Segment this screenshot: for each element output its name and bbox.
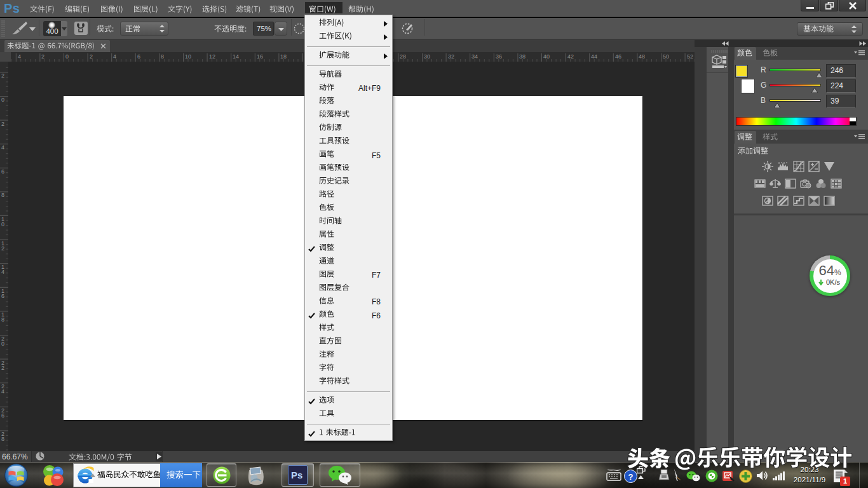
svg-text:?: ? [628, 472, 634, 482]
